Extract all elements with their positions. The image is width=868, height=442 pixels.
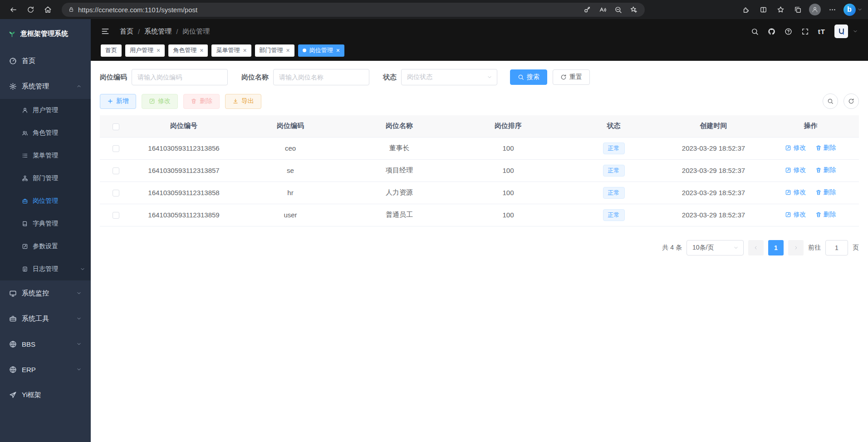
browser-profile-avatar[interactable] — [807, 2, 823, 17]
read-aloud-icon[interactable] — [596, 4, 609, 15]
breadcrumb-home[interactable]: 首页 — [120, 27, 133, 36]
user-menu-caret-icon[interactable] — [853, 29, 858, 34]
tab-role-management[interactable]: 角色管理 × — [168, 44, 208, 57]
sidebar-item-system-monitoring[interactable]: 系统监控 — [0, 280, 91, 306]
collapse-sidebar-icon[interactable] — [101, 27, 110, 36]
export-button[interactable]: 导出 — [225, 94, 261, 109]
tab-user-management[interactable]: 用户管理 × — [125, 44, 165, 57]
tab-post-management[interactable]: 岗位管理 × — [298, 44, 344, 57]
row-delete-link[interactable]: 删除 — [815, 166, 836, 174]
row-delete-link[interactable]: 删除 — [815, 188, 836, 196]
page-size-select[interactable]: 10条/页 — [687, 240, 744, 255]
row-checkbox[interactable] — [113, 167, 119, 174]
row-delete-link[interactable]: 删除 — [815, 144, 836, 152]
header-search-icon[interactable] — [751, 28, 759, 35]
breadcrumb-system[interactable]: 系统管理 — [144, 27, 172, 36]
browser-menu-icon[interactable] — [824, 2, 840, 17]
chevron-down-icon — [76, 290, 82, 296]
edit-icon — [149, 98, 155, 104]
status-select[interactable]: 岗位状态 — [401, 69, 497, 85]
row-checkbox[interactable] — [113, 145, 119, 152]
row-edit-link[interactable]: 修改 — [785, 144, 806, 152]
row-delete-link[interactable]: 删除 — [815, 211, 836, 219]
font-size-icon[interactable]: tT — [818, 28, 825, 35]
close-icon[interactable]: × — [157, 47, 160, 54]
delete-button[interactable]: 删除 — [183, 94, 220, 109]
close-icon[interactable]: × — [336, 47, 340, 54]
sidebar-item-yi-framework[interactable]: Yi框架 — [0, 382, 91, 408]
goto-page-input[interactable] — [825, 240, 848, 255]
select-all-checkbox[interactable] — [113, 123, 119, 130]
refresh-table-button[interactable] — [843, 93, 859, 109]
add-favorite-icon[interactable] — [627, 4, 640, 15]
split-screen-icon[interactable] — [755, 2, 771, 17]
column-created-time: 创建时间 — [665, 115, 762, 137]
column-actions: 操作 — [762, 115, 859, 137]
prev-page-button[interactable] — [748, 240, 764, 255]
sidebar-item-post-management[interactable]: 岗位管理 — [0, 190, 91, 212]
sidebar-item-label: 部门管理 — [33, 174, 58, 182]
status-select-placeholder: 岗位状态 — [407, 73, 432, 81]
header-actions: tT — [751, 25, 858, 38]
password-key-icon[interactable] — [580, 4, 594, 15]
page-number-button[interactable]: 1 — [768, 240, 784, 255]
sidebar-item-label: 参数设置 — [33, 242, 58, 250]
row-checkbox[interactable] — [113, 212, 119, 219]
sidebar-item-parameter-settings[interactable]: 参数设置 — [0, 235, 91, 258]
edit-button-label: 修改 — [158, 97, 171, 105]
sidebar-item-dictionary-management[interactable]: 字典管理 — [0, 212, 91, 235]
favorites-icon[interactable] — [773, 2, 788, 17]
sidebar-item-bbs[interactable]: BBS — [0, 331, 91, 357]
sidebar-item-home[interactable]: 首页 — [0, 48, 91, 74]
github-icon[interactable] — [768, 28, 775, 35]
sidebar-item-system-management[interactable]: 系统管理 — [0, 74, 91, 99]
tab-home[interactable]: 首页 — [101, 44, 122, 57]
menu-list-icon — [22, 152, 28, 159]
reset-button[interactable]: 重置 — [553, 69, 590, 85]
tab-department-management[interactable]: 部门管理 × — [255, 44, 294, 57]
sidebar-item-menu-management[interactable]: 菜单管理 — [0, 144, 91, 167]
close-icon[interactable]: × — [286, 47, 290, 54]
row-edit-link[interactable]: 修改 — [785, 211, 806, 219]
collections-icon[interactable] — [790, 2, 805, 17]
filter-bar: 岗位编码 岗位名称 状态 岗位状态 搜索 重置 — [100, 69, 859, 85]
extensions-icon[interactable] — [738, 2, 754, 17]
sidebar-item-erp[interactable]: ERP — [0, 357, 91, 382]
total-count: 共 4 条 — [662, 244, 682, 252]
browser-home-icon[interactable] — [40, 2, 55, 17]
bing-icon[interactable]: b — [842, 2, 857, 17]
sidebar-item-user-management[interactable]: 用户管理 — [0, 99, 91, 122]
tab-menu-management[interactable]: 菜单管理 × — [211, 44, 251, 57]
edit-button[interactable]: 修改 — [142, 94, 178, 109]
sidebar-item-role-management[interactable]: 角色管理 — [0, 122, 91, 144]
address-bar[interactable]: https://ccnetcore.com:1101/system/post — [62, 3, 645, 17]
sidebar-item-log-management[interactable]: 日志管理 — [0, 258, 91, 280]
lock-icon[interactable] — [68, 6, 74, 13]
sidebar-item-department-management[interactable]: 部门管理 — [0, 167, 91, 190]
close-icon[interactable]: × — [243, 47, 246, 54]
help-icon[interactable] — [785, 28, 792, 35]
fullscreen-icon[interactable] — [801, 28, 809, 35]
search-icon — [518, 74, 524, 80]
toggle-search-button[interactable] — [823, 93, 838, 109]
close-icon[interactable]: × — [200, 47, 203, 54]
sidebar-item-system-tools[interactable]: 系统工具 — [0, 306, 91, 331]
trash-icon — [815, 211, 822, 218]
back-icon[interactable] — [5, 2, 21, 17]
user-avatar[interactable] — [834, 25, 848, 38]
add-button[interactable]: 新增 — [100, 94, 136, 109]
row-edit-link[interactable]: 修改 — [785, 188, 806, 196]
url-text[interactable]: https://ccnetcore.com:1101/system/post — [78, 6, 580, 14]
post-name-label: 岗位名称 — [241, 73, 269, 82]
row-checkbox[interactable] — [113, 190, 119, 196]
bing-caret-icon[interactable] — [857, 7, 863, 12]
zoom-out-icon[interactable] — [611, 4, 625, 15]
browser-toolbar-right: b — [738, 2, 863, 17]
row-edit-link[interactable]: 修改 — [785, 166, 806, 174]
reload-icon[interactable] — [23, 2, 38, 17]
post-name-input[interactable] — [273, 69, 369, 85]
next-page-button[interactable] — [788, 240, 804, 255]
post-code-input[interactable] — [132, 69, 228, 85]
search-button[interactable]: 搜索 — [510, 69, 547, 85]
monitor-icon — [9, 290, 17, 297]
